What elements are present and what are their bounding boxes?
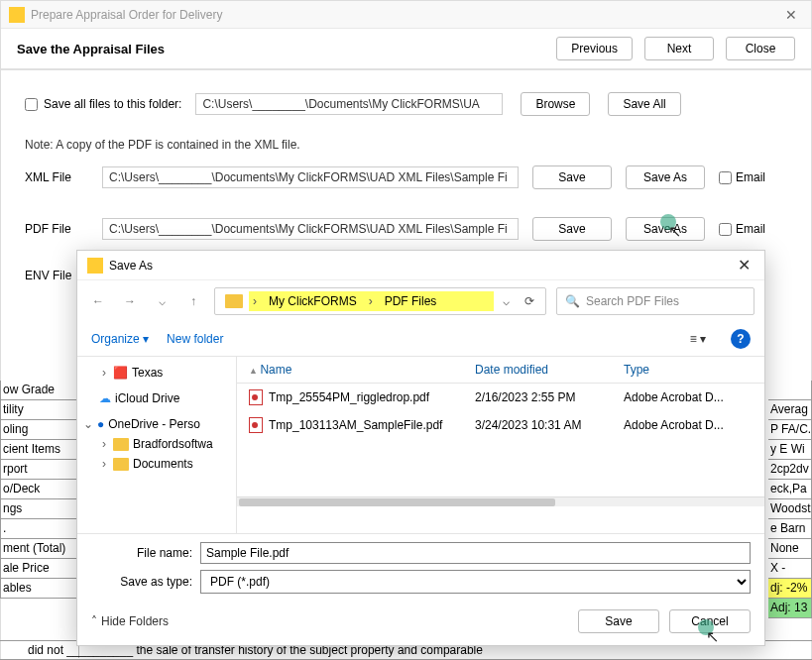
onedrive-icon: ● xyxy=(97,417,104,431)
pdf-path-input[interactable]: C:\Users\________\Documents\My ClickFORM… xyxy=(102,218,519,240)
xml-label: XML File xyxy=(25,170,88,184)
scrollbar-thumb[interactable] xyxy=(239,498,555,506)
tree-label: iCloud Drive xyxy=(115,391,179,405)
tree-item[interactable]: › 🟥 Texas xyxy=(81,363,232,383)
bg-cell: Adj: 13 xyxy=(768,599,812,618)
forward-icon[interactable]: → xyxy=(119,290,141,312)
chevron-up-icon: ˄ xyxy=(91,614,97,628)
chevron-right-icon[interactable]: › xyxy=(99,457,109,471)
close-icon[interactable]: ✕ xyxy=(779,7,803,23)
bg-cell: Averag xyxy=(768,400,812,420)
saveas-title: Save As xyxy=(109,259,734,273)
file-type: Adobe Acrobat D... xyxy=(624,390,753,404)
chevron-down-icon[interactable]: ⌄ xyxy=(83,417,93,431)
tree-item[interactable]: ☁ iCloud Drive xyxy=(81,388,232,408)
breadcrumb-drop-icon[interactable]: ⌵ xyxy=(494,294,518,308)
col-name[interactable]: Name xyxy=(249,363,475,377)
file-list-header: Name Date modified Type xyxy=(237,357,764,384)
refresh-icon[interactable]: ⟳ xyxy=(518,294,541,308)
header-row: Save the Appraisal Files Previous Next C… xyxy=(1,29,811,70)
view-options-button[interactable]: ≡ ▾ xyxy=(683,328,713,350)
browse-button[interactable]: Browse xyxy=(521,92,590,116)
filetype-label: Save as type: xyxy=(91,575,200,589)
horizontal-scrollbar[interactable] xyxy=(237,496,764,506)
save-all-row: Save all files to this folder: C:\Users\… xyxy=(25,92,787,116)
tree-item[interactable]: ⌄ ● OneDrive - Perso xyxy=(81,414,232,434)
breadcrumb-seg[interactable]: PDF Files xyxy=(377,291,445,311)
folder-tree: › 🟥 Texas ☁ iCloud Drive ⌄ ● OneDrive - … xyxy=(77,357,236,533)
xml-email-label: Email xyxy=(736,170,765,184)
file-row[interactable]: Tmp_25554PM_riggledrop.pdf 2/16/2023 2:5… xyxy=(237,384,764,411)
xml-file-row: XML File C:\Users\________\Documents\My … xyxy=(25,165,787,189)
pdf-email-checkbox[interactable] xyxy=(719,223,732,236)
help-icon[interactable]: ? xyxy=(731,329,751,349)
previous-button[interactable]: Previous xyxy=(556,37,633,60)
app-icon xyxy=(9,7,25,23)
bg-cell: None xyxy=(768,539,812,559)
bg-cell: tility xyxy=(0,400,78,420)
close-button[interactable]: Close xyxy=(726,37,795,60)
bg-cell: eck,Pa xyxy=(768,480,812,499)
filename-label: File name: xyxy=(91,546,200,560)
pdf-email-label: Email xyxy=(736,222,765,236)
pdf-save-button[interactable]: Save xyxy=(532,217,612,241)
chevron-down-icon[interactable]: ⌵ xyxy=(151,290,173,312)
up-icon[interactable]: ↑ xyxy=(182,290,204,312)
xml-email-checkbox[interactable] xyxy=(719,171,732,184)
pdf-email-wrapper: Email xyxy=(719,222,798,236)
breadcrumb-seg[interactable]: My ClickFORMS xyxy=(261,291,365,311)
search-input[interactable]: 🔍 Search PDF Files xyxy=(556,287,754,315)
cloud-icon: ☁ xyxy=(99,391,111,405)
file-date: 3/24/2023 10:31 AM xyxy=(475,418,624,432)
file-row[interactable]: Tmp_103113AM_SampleFile.pdf 3/24/2023 10… xyxy=(237,411,764,439)
xml-save-button[interactable]: Save xyxy=(532,165,612,189)
bg-cell xyxy=(768,381,812,400)
tree-item[interactable]: › Documents xyxy=(81,454,232,474)
pdf-icon xyxy=(249,417,263,433)
tree-label: Texas xyxy=(132,366,163,380)
tree-label: OneDrive - Perso xyxy=(108,417,200,431)
chevron-right-icon[interactable]: › xyxy=(99,366,109,380)
hide-folders-button[interactable]: ˄ Hide Folders xyxy=(91,614,169,628)
col-type[interactable]: Type xyxy=(624,363,753,377)
bg-cell: oling xyxy=(0,420,78,440)
saveas-nav: ← → ⌵ ↑ › My ClickFORMS › PDF Files ⌵ ⟳ … xyxy=(77,280,764,322)
xml-path-input[interactable]: C:\Users\________\Documents\My ClickFORM… xyxy=(102,166,519,188)
saveas-titlebar: Save As ✕ xyxy=(77,251,764,280)
organize-button[interactable]: Organize xyxy=(91,332,149,346)
bg-cell: e Barn xyxy=(768,519,812,539)
cursor-icon: ↖ xyxy=(706,627,719,646)
next-button[interactable]: Next xyxy=(644,37,714,60)
tree-item[interactable]: › Bradfordsoftwa xyxy=(81,434,232,454)
file-name: Tmp_25554PM_riggledrop.pdf xyxy=(269,390,429,404)
bg-cell: ow Grade xyxy=(0,381,78,400)
bg-cell: P FA/C. xyxy=(768,420,812,440)
search-icon: 🔍 xyxy=(565,294,580,308)
breadcrumb-spacer xyxy=(444,291,494,311)
search-placeholder: Search PDF Files xyxy=(586,294,679,308)
bg-cell: y E Wi xyxy=(768,440,812,460)
saveas-footer: ˄ Hide Folders Save Cancel xyxy=(77,604,764,643)
saveas-save-button[interactable]: Save xyxy=(578,609,659,633)
bg-cell: ment (Total) xyxy=(0,539,78,559)
save-all-path[interactable]: C:\Users\________\Documents\My ClickFORM… xyxy=(195,93,503,115)
saveas-close-icon[interactable]: ✕ xyxy=(734,256,754,275)
chevron-right-icon[interactable]: › xyxy=(99,437,109,451)
texas-flag-icon: 🟥 xyxy=(113,366,128,380)
filetype-select[interactable]: PDF (*.pdf) xyxy=(200,570,751,594)
file-type: Adobe Acrobat D... xyxy=(624,418,753,432)
folder-icon xyxy=(113,438,129,451)
header-title: Save the Appraisal Files xyxy=(17,42,544,56)
new-folder-button[interactable]: New folder xyxy=(167,332,223,346)
file-date: 2/16/2023 2:55 PM xyxy=(475,390,624,404)
bg-cell: cient Items xyxy=(0,440,78,460)
bg-cell: Woodst xyxy=(768,499,812,519)
filename-input[interactable] xyxy=(200,542,751,564)
xml-saveas-button[interactable]: Save As xyxy=(626,165,705,189)
save-all-checkbox[interactable] xyxy=(25,98,38,111)
breadcrumb[interactable]: › My ClickFORMS › PDF Files ⌵ ⟳ xyxy=(214,287,546,315)
col-date[interactable]: Date modified xyxy=(475,363,624,377)
bg-cell: rport xyxy=(0,460,78,480)
save-all-button[interactable]: Save All xyxy=(608,92,680,116)
back-icon[interactable]: ← xyxy=(87,290,109,312)
